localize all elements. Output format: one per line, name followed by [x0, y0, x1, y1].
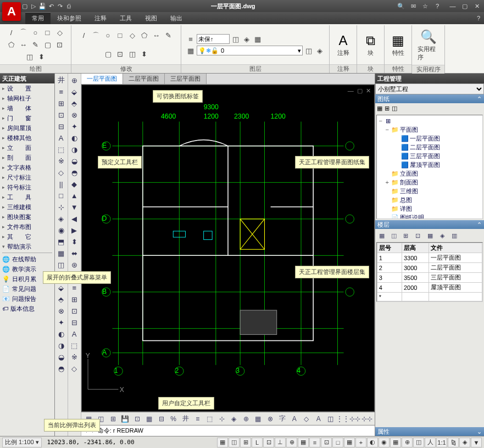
- toolbar-button[interactable]: ◆: [69, 178, 80, 189]
- menu-工具[interactable]: 工具: [113, 12, 138, 24]
- viewport-max-icon[interactable]: ▢: [357, 87, 363, 94]
- tree-node-三层平面图[interactable]: 🟦三层平面图: [378, 152, 481, 160]
- ribbon-tool-icon[interactable]: ◫: [127, 49, 137, 59]
- toolbar-button[interactable]: ≡: [55, 86, 66, 97]
- userbar-button[interactable]: A: [289, 413, 300, 424]
- qat-undo-icon[interactable]: ↶: [47, 2, 55, 10]
- status-button[interactable]: ⊡: [263, 438, 274, 447]
- userbar-button[interactable]: ⊗: [265, 413, 276, 424]
- userbar-button[interactable]: ≡: [192, 413, 203, 424]
- status-button[interactable]: ▦: [344, 438, 355, 447]
- toolbar-button[interactable]: ⊕: [69, 75, 80, 86]
- left-item-房间屋顶[interactable]: ▸房间屋顶: [0, 123, 54, 133]
- section-floors[interactable]: 楼层⌃: [375, 220, 484, 229]
- floor-btn-3[interactable]: ⊞: [401, 231, 411, 240]
- table-row[interactable]: 42000屋顶平面图: [377, 283, 482, 293]
- userbar-button[interactable]: ⬚: [204, 413, 215, 424]
- status-button[interactable]: 人: [425, 438, 436, 447]
- toolbar-button[interactable]: ▶: [69, 225, 80, 236]
- left-item-设　　置[interactable]: ▸设 置: [0, 83, 54, 93]
- toolbar-button[interactable]: ⬙: [55, 282, 66, 293]
- userbar-button[interactable]: 字: [277, 413, 288, 424]
- userbar-button[interactable]: ⊟: [156, 413, 167, 424]
- toolbar-button[interactable]: ※: [55, 155, 66, 166]
- section-props[interactable]: 属性⌄: [375, 427, 484, 436]
- tree-node-立面图[interactable]: 📁立面图: [378, 169, 481, 178]
- left-item-文字表格[interactable]: ▸文字表格: [0, 163, 54, 172]
- ribbon-tool-icon[interactable]: ⊡: [55, 40, 65, 49]
- left-item-工　　具[interactable]: ▸工 具: [0, 192, 54, 202]
- left-item-其　　它[interactable]: ▸其 它: [0, 232, 54, 242]
- toolbar-button[interactable]: ◑: [55, 340, 66, 351]
- toolbar-button[interactable]: ⊟: [55, 121, 66, 132]
- floor-btn-5[interactable]: ▦: [425, 231, 435, 240]
- ribbon-tool-icon[interactable]: □: [115, 31, 125, 41]
- toolbar-button[interactable]: ◒: [55, 351, 66, 362]
- userbar-button[interactable]: ⊡: [132, 413, 143, 424]
- toolbar-button[interactable]: ⊛: [69, 259, 80, 270]
- status-button[interactable]: L: [252, 438, 263, 447]
- left-item-常见问题[interactable]: 📄常见问题: [0, 284, 54, 294]
- toolbar-button[interactable]: ▲: [69, 190, 80, 201]
- ribbon-tool-icon[interactable]: ◇: [55, 27, 65, 37]
- left-item-帮助演示[interactable]: ▾帮助演示: [0, 242, 54, 251]
- menu-块和参照[interactable]: 块和参照: [51, 12, 88, 24]
- ribbon-tool-icon[interactable]: ⬠: [140, 31, 149, 41]
- layer-combo[interactable]: 💡❄🔓0▾: [197, 46, 303, 55]
- ribbon-tool-icon[interactable]: ◫: [25, 52, 35, 62]
- status-button[interactable]: ◈: [459, 438, 470, 447]
- minimize-icon[interactable]: —: [448, 2, 458, 10]
- toolbar-button[interactable]: ◓: [69, 167, 80, 178]
- left-item-符号标注[interactable]: ▸符号标注: [0, 182, 54, 192]
- userbar-button[interactable]: ⊹: [216, 413, 227, 424]
- status-button[interactable]: ⊥: [275, 438, 286, 447]
- status-button[interactable]: ◉: [379, 438, 390, 447]
- viewport-close-icon[interactable]: ✕: [366, 87, 371, 94]
- ribbon-tool-icon[interactable]: ✎: [31, 40, 41, 49]
- floor-table[interactable]: 层号层高文件13300一层平面图23000二层平面图33500三层平面图4200…: [377, 243, 482, 301]
- floor-btn-4[interactable]: ⊡: [413, 231, 423, 240]
- drawing-tab-三层平面图[interactable]: 三层平面图: [165, 74, 207, 84]
- status-button[interactable]: ▦: [298, 438, 309, 447]
- toolbar-button[interactable]: ▦: [55, 248, 66, 259]
- search-icon[interactable]: 🔍: [396, 2, 406, 10]
- ribbon-big-实用程序[interactable]: 🔍实用程序: [416, 27, 440, 63]
- userbar-button[interactable]: ⊕: [241, 413, 252, 424]
- toolbar-button[interactable]: ✦: [55, 317, 66, 328]
- left-item-楼梯其他[interactable]: ▸楼梯其他: [0, 133, 54, 143]
- ribbon-big-块[interactable]: ⧉块: [361, 31, 380, 58]
- left-item-版本信息[interactable]: 🏷版本信息: [0, 304, 54, 313]
- toolbar-button[interactable]: ⊟: [69, 317, 80, 328]
- toolbar-button[interactable]: ⬚: [69, 340, 80, 351]
- toolbar-button[interactable]: ◇: [55, 167, 66, 178]
- toolbar-button[interactable]: ⬚: [55, 144, 66, 155]
- toolbar-button[interactable]: ⬘: [69, 98, 80, 109]
- viewport-min-icon[interactable]: —: [348, 87, 354, 94]
- left-item-墙　　体[interactable]: ▸墙 体: [0, 103, 54, 113]
- toolbar-button[interactable]: ⊡: [69, 305, 80, 316]
- status-button[interactable]: ≡: [309, 438, 320, 447]
- status-button[interactable]: □: [332, 438, 343, 447]
- left-item-剖　　面[interactable]: ▸剖 面: [0, 153, 54, 163]
- left-item-尺寸标注[interactable]: ▸尺寸标注: [0, 172, 54, 182]
- layer-props-icon[interactable]: ▦: [186, 46, 196, 55]
- status-button[interactable]: ◫: [413, 438, 424, 447]
- qat-print-icon[interactable]: ⎙: [65, 2, 73, 10]
- toolbar-button[interactable]: ▼: [69, 201, 80, 212]
- status-button[interactable]: ⊕: [402, 438, 413, 447]
- drawing-tab-一层平面图[interactable]: 一层平面图: [81, 74, 123, 84]
- ribbon-tool-icon[interactable]: ◇: [127, 31, 137, 41]
- menu-注释[interactable]: 注释: [88, 12, 113, 24]
- ribbon-tool-icon[interactable]: ▢: [103, 49, 113, 59]
- status-button[interactable]: ⊞: [240, 438, 251, 447]
- star-icon[interactable]: ☆: [420, 2, 430, 10]
- table-row[interactable]: 23000二层平面图: [377, 263, 482, 273]
- project-select[interactable]: 小别墅工程: [375, 83, 484, 94]
- userbar-button[interactable]: ⊹⊹: [361, 413, 372, 424]
- layer-icon[interactable]: ◈: [315, 46, 325, 55]
- layer-icon[interactable]: ▦: [253, 34, 263, 44]
- canvas[interactable]: — ▢ ✕: [81, 85, 375, 412]
- ribbon-tool-icon[interactable]: /: [7, 27, 16, 37]
- layer-icon[interactable]: ◫: [304, 46, 314, 55]
- help-icon[interactable]: ?: [432, 2, 442, 10]
